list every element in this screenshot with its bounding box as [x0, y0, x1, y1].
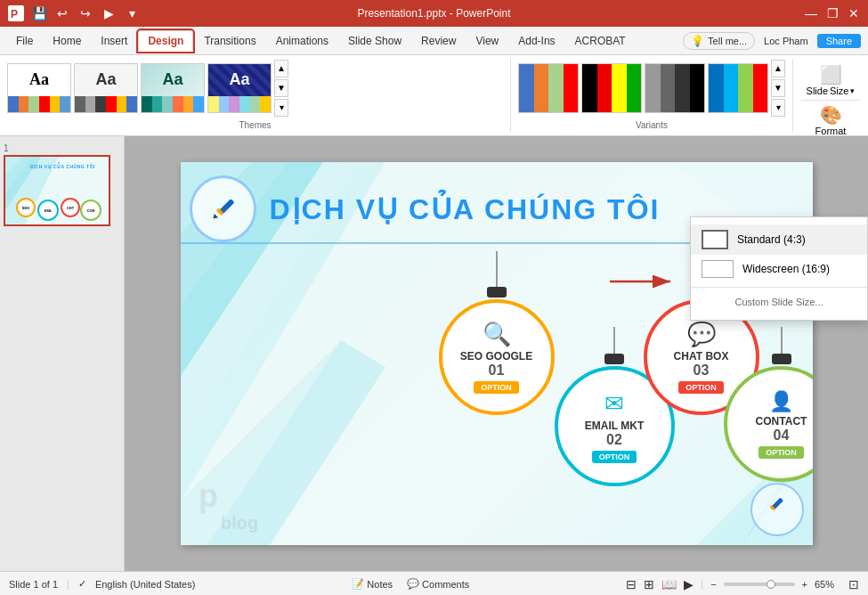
tab-design[interactable]: Design: [138, 30, 193, 52]
thumb-content: DỊCH VỤ CỦA CHÚNG TÔI SEO EML CHT CON: [5, 157, 109, 224]
notes-icon: 📝: [352, 578, 364, 590]
chat-title: CHAT BOX: [674, 350, 729, 363]
standard-rect: [702, 230, 728, 249]
status-divider1: |: [67, 579, 69, 590]
title-bar-controls: — ❐ ✕: [804, 6, 861, 20]
tell-me-input[interactable]: 💡 Tell me...: [683, 32, 755, 50]
slide-size-dropdown-arrow: ▾: [850, 86, 855, 95]
variants-label: Variants: [518, 118, 785, 132]
standard-label: Standard (4:3): [737, 233, 806, 246]
themes-label: Themes: [7, 118, 503, 132]
ornament-seo: 🔍 SEO GOOGLE 01 OPTION: [439, 251, 555, 415]
slide-size-btn[interactable]: ⬜ Slide Size ▾: [800, 59, 861, 101]
fit-slide-btn[interactable]: ⊡: [848, 577, 859, 591]
tab-home[interactable]: Home: [44, 31, 90, 51]
ribbon-content: Aa Aa: [0, 55, 868, 135]
slide-panel: 1 DỊCH VỤ CỦA CHÚNG TÔI SEO EML: [0, 136, 125, 571]
theme-green[interactable]: Aa: [141, 63, 205, 113]
tab-review[interactable]: Review: [412, 31, 465, 51]
tab-addins[interactable]: Add-Ins: [509, 31, 564, 51]
thumb-circle-3: CHT: [61, 198, 80, 217]
slide-thumbnail-1[interactable]: DỊCH VỤ CỦA CHÚNG TÔI SEO EML CHT CON: [4, 155, 110, 226]
widescreen-option[interactable]: Widescreen (16:9): [691, 255, 867, 283]
themes-scroll: ▲ ▼ ▾: [274, 60, 288, 117]
themes-scroll-up[interactable]: ▲: [274, 60, 288, 77]
title-bar-left: P 💾 ↩ ↪ ▶ ▾: [7, 4, 141, 22]
email-clip: [604, 354, 624, 364]
tab-slideshow[interactable]: Slide Show: [339, 31, 410, 51]
variants-scroll-up[interactable]: ▲: [771, 60, 785, 77]
zoom-out-btn[interactable]: −: [710, 579, 716, 590]
widescreen-rect: [702, 260, 734, 278]
zoom-slider[interactable]: [724, 583, 795, 586]
tab-insert[interactable]: Insert: [92, 31, 136, 51]
contact-tag: OPTION: [758, 446, 804, 459]
tab-view[interactable]: View: [466, 31, 507, 51]
notes-label: Notes: [367, 579, 393, 590]
svg-text:P: P: [11, 8, 18, 20]
pen-circle: [190, 175, 256, 242]
thumb-circle-2: EML: [37, 200, 59, 221]
email-string: [613, 327, 615, 354]
comments-label: Comments: [422, 579, 469, 590]
undo-btn[interactable]: ↩: [53, 4, 71, 22]
themes-scroll-down[interactable]: ▼: [274, 79, 288, 97]
slide-size-icon: ⬜: [820, 64, 842, 86]
thumb-circle-4: CON: [80, 200, 101, 221]
comments-btn[interactable]: 💬 Comments: [407, 578, 469, 590]
zoom-thumb: [767, 580, 775, 589]
tab-acrobat[interactable]: ACROBAT: [566, 31, 635, 51]
variant-3[interactable]: [645, 63, 705, 113]
variant-2[interactable]: [581, 63, 642, 113]
themes-expand[interactable]: ▾: [274, 99, 288, 117]
normal-view-btn[interactable]: ⊟: [626, 577, 637, 591]
status-bar: Slide 1 of 1 | ✓ English (United States)…: [0, 571, 868, 595]
language: English (United States): [95, 579, 196, 590]
variant-4[interactable]: [708, 63, 768, 113]
seo-tag: OPTION: [474, 381, 519, 394]
spelling-check-icon[interactable]: ✓: [78, 578, 86, 590]
status-right: ⊟ ⊞ 📖 ▶ | − + 65% ⊡: [626, 577, 859, 591]
tab-animations[interactable]: Animations: [267, 31, 337, 51]
standard-option[interactable]: Standard (4:3): [691, 224, 867, 255]
contact-clip: [772, 354, 791, 364]
contact-string: [781, 327, 783, 354]
contact-number: 04: [774, 428, 790, 444]
save-btn[interactable]: 💾: [30, 4, 48, 22]
contact-title: CONTACT: [756, 415, 807, 428]
variants-expand[interactable]: ▾: [771, 99, 785, 117]
custom-slide-size-link[interactable]: Custom Slide Size...: [691, 291, 867, 313]
slide-sorter-btn[interactable]: ⊞: [644, 577, 654, 591]
restore-btn[interactable]: ❐: [825, 6, 840, 20]
variant-1[interactable]: [518, 63, 579, 113]
tab-transitions[interactable]: Transitions: [195, 31, 264, 51]
present-btn[interactable]: ▶: [100, 4, 118, 22]
reading-view-btn[interactable]: 📖: [661, 577, 677, 591]
zoom-in-btn[interactable]: +: [802, 579, 807, 590]
share-btn[interactable]: Share: [817, 34, 861, 48]
close-btn[interactable]: ✕: [847, 6, 861, 20]
qa-dropdown-btn[interactable]: ▾: [123, 4, 141, 22]
notes-btn[interactable]: 📝 Notes: [352, 578, 393, 590]
seo-number: 01: [489, 363, 505, 379]
svg-marker-18: [211, 213, 218, 220]
powerpoint-logo: P: [7, 4, 25, 22]
theme-light[interactable]: Aa: [74, 63, 138, 113]
slideshow-btn[interactable]: ▶: [684, 577, 694, 591]
customize-group: ⬜ Slide Size ▾ 🎨 Format Background: [800, 59, 861, 132]
email-tag: OPTION: [592, 451, 637, 463]
tab-file[interactable]: File: [7, 31, 42, 51]
watermark-svg: p blog: [194, 480, 265, 534]
minimize-btn[interactable]: —: [804, 6, 818, 20]
zoom-percent[interactable]: 65%: [815, 579, 841, 590]
theme-pattern[interactable]: Aa: [207, 63, 272, 113]
user-name: Loc Pham: [764, 36, 808, 46]
contact-circle: 👤 CONTACT 04 OPTION: [724, 366, 813, 482]
contact-icon: 👤: [769, 390, 793, 413]
themes-row: Aa Aa: [7, 59, 503, 117]
check-icon: ✓: [78, 578, 86, 590]
variants-scroll-down[interactable]: ▼: [771, 79, 785, 97]
theme-default[interactable]: Aa: [7, 63, 71, 113]
seo-string: [496, 251, 498, 287]
redo-btn[interactable]: ↪: [77, 4, 94, 22]
